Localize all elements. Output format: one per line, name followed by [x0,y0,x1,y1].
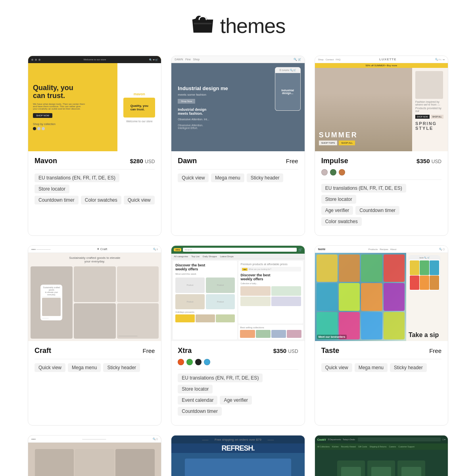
themes-grid: Welcome to our store 🔍 ❤ 🛒 Quality, youc… [28,56,448,476]
bottom3-preview: CookV ☰ Departments Today's Deals ⬡ ♥ Al… [315,436,448,476]
craft-tags: Quick view Mega menu Sticky header [35,363,155,372]
tag: Age verifier [220,396,252,405]
dawn-name: Dawn [178,157,197,165]
swatch[interactable] [321,169,328,175]
tag: Store locator [35,185,69,193]
theme-card-impulse[interactable]: Shop Contact FAQ LUXETTE 🔍 f t ♪ ● 50% o… [315,56,448,236]
header-title: themes [220,14,286,38]
xtra-tags-1: EU translations (EN, FR, IT, DE, ES) Sto… [178,374,298,393]
mavon-tags-1: EU translations (EN, FR, IT, DE, ES) Sto… [35,173,155,193]
craft-preview: ●●● —————— ✦ Craft 🔍 ≡ Sustainably craft… [28,246,161,341]
tag: Mega menu [211,173,244,182]
tag: EU translations (EN, FR, IT, DE, ES) [35,173,119,182]
craft-info: Craft Free Quick view Mega menu Sticky h… [28,341,161,374]
tag: Store locator [178,385,213,393]
craft-name: Craft [35,347,51,355]
swatch[interactable] [195,359,202,365]
svg-rect-1 [194,23,211,25]
taste-name: Taste [321,347,340,355]
impulse-preview: Shop Contact FAQ LUXETTE 🔍 f t ♪ ● 50% o… [315,56,448,151]
xtra-swatches [178,359,298,365]
tag: Sticky header [247,173,284,182]
dawn-info: Dawn Free Quick view Mega menu Sticky he… [171,151,304,184]
shopify-bag-logo [191,12,215,40]
bottom1-preview: ●●● —————————— 🔍 ⬡ [28,436,161,476]
theme-card-craft[interactable]: ●●● —————— ✦ Craft 🔍 ≡ Sustainably craft… [28,245,161,426]
theme-card-xtra[interactable]: xtra Search... 🛒 All categoriesTop ListD… [171,245,305,426]
theme-card-bottom2[interactable]: —— Free shipping on orders over $79 —— R… [171,435,305,476]
craft-price: Free [142,347,155,354]
tag: Age verifier [321,206,353,215]
tag: EU translations (EN, FR, IT, DE, ES) [178,374,263,382]
mavon-preview: Welcome to our store 🔍 ❤ 🛒 Quality, youc… [28,56,161,151]
xtra-name: Xtra [178,347,192,355]
impulse-name: Impulse [321,157,348,165]
tag: Mega menu [68,363,101,372]
tag: EU translations (EN, FR, IT, DE, ES) [321,184,406,193]
tag: Quick view [321,363,352,372]
xtra-tags-2: Event calendar Age verifier Countdown ti… [178,396,298,416]
mavon-info: Mavon $280 USD EU translations (EN, FR, … [28,151,161,206]
tag: Mega menu [355,363,388,372]
dawn-preview: DAWN Fine Shop 🔍 🛒 Industrial design me … [171,56,304,151]
swatch[interactable] [330,169,336,175]
theme-card-bottom3[interactable]: CookV ☰ Departments Today's Deals ⬡ ♥ Al… [315,435,448,476]
impulse-swatches [321,169,441,175]
swatch[interactable] [339,169,345,175]
mavon-tags-2: Countdown timer Color swatches Quick vie… [35,196,155,204]
dawn-tags: Quick view Mega menu Sticky header [178,173,298,182]
xtra-info: Xtra $350 USD EU translations (EN, FR, I… [171,341,304,417]
theme-card-dawn[interactable]: DAWN Fine Shop 🔍 🛒 Industrial design me … [171,56,305,236]
tag: Color swatches [321,217,362,226]
mavon-price: $280 USD [130,158,155,164]
header: themes [28,12,448,40]
bottom2-preview: —— Free shipping on orders over $79 —— R… [171,436,304,476]
taste-info: Taste Free Quick view Mega menu Sticky h… [315,341,448,374]
taste-tags: Quick view Mega menu Sticky header [321,363,441,372]
tag: Countdown timer [178,407,222,416]
tag: Sticky header [103,363,140,372]
tag: Sticky header [390,363,427,372]
swatch[interactable] [178,359,184,365]
impulse-tags-2: Age verifier Countdown timer Color swatc… [321,206,441,226]
tag: Countdown timer [35,196,79,204]
page-wrapper: themes Welcome to our store 🔍 ❤ 🛒 Qualit… [20,0,456,476]
taste-preview: taste Products Recipes About 🔍 ⬡ [315,246,448,341]
taste-price: Free [429,347,441,354]
tag: Store locator [321,195,356,204]
tag: Quick view [124,196,155,204]
xtra-preview: xtra Search... 🛒 All categoriesTop ListD… [171,246,304,341]
tag: Color swatches [81,196,121,204]
impulse-tags-1: EU translations (EN, FR, IT, DE, ES) Sto… [321,184,441,204]
tag: Countdown timer [355,206,399,215]
tag: Event calendar [178,396,217,405]
tag: Quick view [35,363,65,372]
xtra-price: $350 USD [273,347,298,354]
theme-card-bottom1[interactable]: ●●● —————————— 🔍 ⬡ [28,435,161,476]
swatch[interactable] [204,359,210,365]
dawn-price: Free [286,158,298,164]
mavon-name: Mavon [35,157,57,165]
swatch[interactable] [186,359,193,365]
impulse-info: Impulse $350 USD EU translations (EN, FR… [315,151,448,227]
theme-card-taste[interactable]: taste Products Recipes About 🔍 ⬡ [315,245,448,426]
tag: Quick view [178,173,209,182]
theme-card-mavon[interactable]: Welcome to our store 🔍 ❤ 🛒 Quality, youc… [28,56,161,236]
impulse-price: $350 USD [416,158,441,164]
